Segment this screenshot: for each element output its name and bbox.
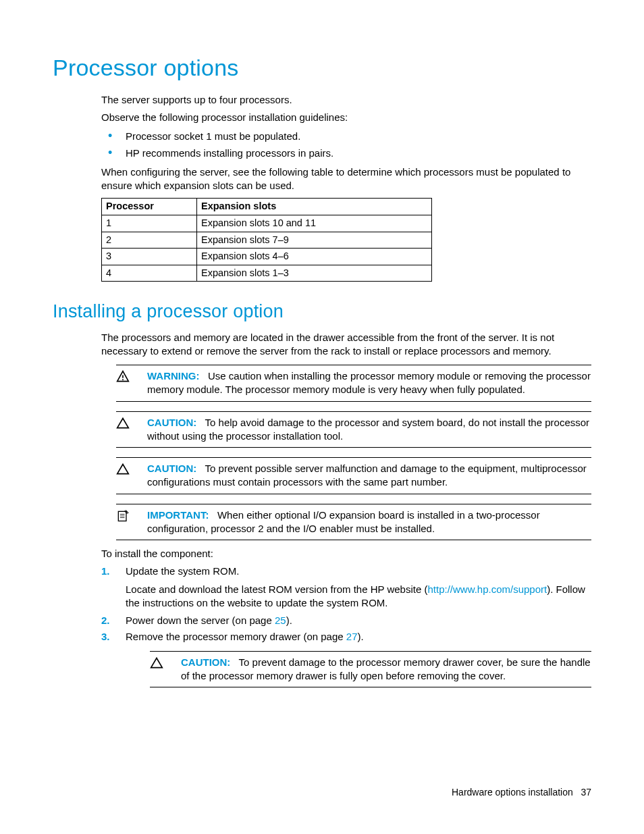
step-text: Update the system ROM. [126, 565, 239, 577]
important-label: IMPORTANT: [147, 509, 209, 521]
caution-callout: CAUTION: To prevent damage to the proces… [150, 651, 591, 688]
page-footer: Hardware options installation 37 [452, 786, 591, 799]
caution-label: CAUTION: [147, 417, 196, 428]
warning-callout: WARNING: Use caution when installing the… [116, 365, 591, 402]
caution-callout: CAUTION: To help avoid damage to the pro… [116, 411, 591, 448]
paragraph: When configuring the server, see the fol… [101, 165, 591, 193]
page: Processor options The server supports up… [0, 0, 644, 834]
table-cell: Expansion slots 4–6 [197, 249, 432, 265]
callout-text: CAUTION: To help avoid damage to the pro… [147, 416, 591, 444]
caution-body: To prevent possible server malfunction a… [147, 463, 587, 488]
bullet-list: Processor socket 1 must be populated. HP… [101, 130, 591, 160]
step-subtext: Locate and download the latest ROM versi… [126, 583, 591, 610]
page-link[interactable]: 25 [275, 615, 286, 626]
list-item: Processor socket 1 must be populated. [101, 130, 591, 143]
warning-label: WARNING: [147, 370, 200, 382]
caution-icon [116, 463, 131, 476]
footer-section: Hardware options installation [452, 787, 573, 798]
caution-callout: CAUTION: To prevent possible server malf… [116, 457, 591, 494]
table-row: 3 Expansion slots 4–6 [102, 249, 432, 265]
callout-text: CAUTION: To prevent possible server malf… [147, 462, 591, 490]
table-header-row: Processor Expansion slots [102, 199, 432, 215]
paragraph: Observe the following processor installa… [101, 111, 591, 124]
table-header: Expansion slots [197, 199, 432, 215]
section-body: The processors and memory are located in… [101, 331, 591, 688]
page-link[interactable]: 27 [346, 631, 358, 642]
table-cell: 4 [102, 265, 197, 282]
table-cell: 3 [102, 249, 197, 265]
callout-text: IMPORTANT: When either optional I/O expa… [147, 509, 591, 536]
table-row: 4 Expansion slots 1–3 [102, 265, 432, 282]
caution-icon [150, 656, 165, 670]
install-steps: Update the system ROM. Locate and downlo… [101, 565, 591, 687]
step-item: Power down the server (on page 25). [101, 614, 591, 627]
callout-text: WARNING: Use caution when installing the… [147, 369, 591, 397]
table-row: 2 Expansion slots 7–9 [102, 232, 432, 249]
table-header: Processor [102, 199, 197, 215]
caution-body: To help avoid damage to the processor an… [147, 417, 589, 442]
important-callout: IMPORTANT: When either optional I/O expa… [116, 504, 591, 541]
paragraph: The server supports up to four processor… [101, 93, 591, 107]
caution-body: To prevent damage to the processor memor… [181, 656, 591, 681]
table-cell: Expansion slots 7–9 [197, 232, 432, 249]
important-icon [116, 509, 131, 523]
table-cell: Expansion slots 1–3 [197, 265, 432, 282]
paragraph: The processors and memory are located in… [101, 331, 591, 359]
warning-body: Use caution when installing the processo… [147, 370, 591, 395]
heading-installing: Installing a processor option [53, 299, 591, 323]
processor-table: Processor Expansion slots 1 Expansion sl… [101, 198, 432, 282]
support-link[interactable]: http://www.hp.com/support [427, 583, 547, 595]
caution-label: CAUTION: [147, 463, 196, 474]
svg-point-1 [122, 379, 124, 380]
callout-text: CAUTION: To prevent damage to the proces… [181, 656, 591, 683]
warning-icon [116, 370, 131, 384]
table-cell: Expansion slots 10 and 11 [197, 215, 432, 232]
paragraph: To install the component: [101, 547, 591, 561]
caution-icon [116, 417, 131, 430]
table-cell: 2 [102, 232, 197, 249]
table-cell: 1 [102, 215, 197, 232]
heading-processor-options: Processor options [53, 53, 591, 84]
footer-page-number: 37 [581, 787, 591, 798]
section-body: The server supports up to four processor… [101, 93, 591, 282]
list-item: HP recommends installing processors in p… [101, 147, 591, 160]
table-row: 1 Expansion slots 10 and 11 [102, 215, 432, 232]
step-item: Remove the processor memory drawer (on p… [101, 630, 591, 687]
caution-label: CAUTION: [181, 656, 230, 668]
step-item: Update the system ROM. Locate and downlo… [101, 565, 591, 610]
